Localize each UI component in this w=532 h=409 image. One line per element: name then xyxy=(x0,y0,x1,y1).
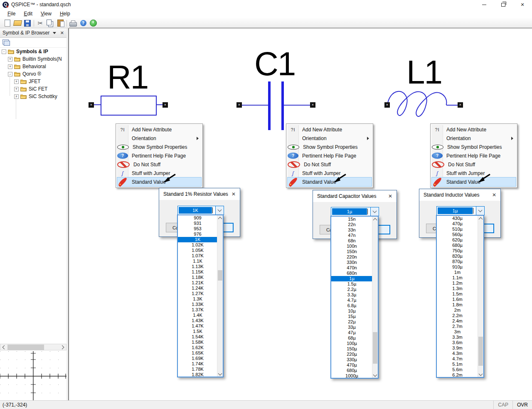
pin-terminal[interactable]: × xyxy=(458,102,463,108)
close-button[interactable]: ✕ xyxy=(513,0,532,9)
value-option[interactable]: 1.8m xyxy=(437,302,483,308)
pin-terminal[interactable]: × xyxy=(236,102,242,108)
inductor-reference-label[interactable]: L1 xyxy=(406,56,442,89)
value-option[interactable]: 1.24K xyxy=(178,286,223,291)
tree-expander[interactable]: + xyxy=(8,57,12,62)
combobox-dropdown-button[interactable] xyxy=(476,207,484,215)
value-option[interactable]: 1.3K xyxy=(178,296,223,302)
value-option[interactable]: 4.3m xyxy=(437,351,483,356)
value-option[interactable]: 1.5µ xyxy=(331,281,378,287)
dialog-title-bar[interactable]: Standard Inductor Values ✕ xyxy=(419,189,500,201)
value-option[interactable]: 3m xyxy=(437,329,483,335)
value-option[interactable]: 1.05K xyxy=(178,248,223,253)
value-option[interactable]: 1.1m xyxy=(437,275,483,281)
value-option[interactable]: 1.62K xyxy=(178,345,223,350)
pin-terminal[interactable]: × xyxy=(384,102,390,108)
value-option[interactable]: 1.37K xyxy=(178,307,223,313)
value-option[interactable]: 1.07K xyxy=(178,253,223,259)
context-menu-item[interactable]: Add New Attribute xyxy=(432,125,516,134)
value-option[interactable]: 1.3m xyxy=(437,286,483,291)
toolbar-button[interactable] xyxy=(32,19,35,28)
value-option[interactable]: 430µ xyxy=(437,216,483,221)
value-option[interactable]: 1.4K xyxy=(178,313,223,318)
value-option[interactable]: 1.65K xyxy=(178,350,223,356)
capacitor-symbol[interactable] xyxy=(268,81,271,130)
tree-expander[interactable]: + xyxy=(14,87,19,91)
value-option[interactable]: 1m xyxy=(437,270,483,275)
value-option[interactable]: 33µ xyxy=(331,325,378,330)
value-option[interactable]: 22µ xyxy=(331,319,378,325)
tree-item[interactable]: + Builtin Symbols(N xyxy=(0,55,66,63)
value-option[interactable]: 150n xyxy=(331,249,378,254)
scroll-up-icon[interactable] xyxy=(478,216,483,221)
value-option[interactable]: 3.6m xyxy=(437,340,483,345)
value-option[interactable]: 1.69K xyxy=(178,356,223,361)
scrollbar-thumb[interactable] xyxy=(218,270,222,281)
value-option[interactable]: 5.1m xyxy=(437,362,483,367)
value-option[interactable]: 6.2m xyxy=(437,372,483,378)
value-option[interactable]: 3.3m xyxy=(437,335,483,340)
value-option[interactable]: 510µ xyxy=(437,227,483,232)
value-option[interactable]: 3.9m xyxy=(437,345,483,351)
toolbar-button[interactable] xyxy=(88,19,98,28)
value-option[interactable]: 1.58K xyxy=(178,340,223,345)
value-option[interactable]: 6.8µ xyxy=(331,303,378,308)
scroll-up-icon[interactable] xyxy=(217,215,223,221)
tree-item[interactable]: + SiC FET xyxy=(0,85,66,93)
toolbar-button[interactable] xyxy=(2,19,12,28)
context-menu-item[interactable]: Do Not Stuff xyxy=(117,160,201,169)
value-option[interactable]: 1.5m xyxy=(437,291,483,297)
value-option[interactable]: 470µ xyxy=(331,362,378,368)
toolbar-button[interactable] xyxy=(12,19,22,28)
value-option[interactable]: 1.82K xyxy=(178,372,223,377)
inductor-symbol[interactable] xyxy=(384,89,463,124)
tree-item[interactable]: + JFET xyxy=(0,78,66,85)
capacitor-symbol[interactable] xyxy=(281,81,284,130)
value-option[interactable]: 220n xyxy=(331,254,378,260)
sidebar-horizontal-scrollbar[interactable] xyxy=(0,344,66,350)
value-option[interactable]: 2.4m xyxy=(437,318,483,324)
value-option[interactable]: 33n xyxy=(331,227,378,233)
value-option[interactable]: 1.74K xyxy=(178,361,223,367)
value-option[interactable]: 931 xyxy=(178,221,223,226)
context-menu-item[interactable]: Pertinent Help File Page xyxy=(432,151,516,160)
value-option[interactable]: 1.21K xyxy=(178,280,223,286)
scrollbar-thumb[interactable] xyxy=(373,332,377,364)
value-option[interactable]: 1.15K xyxy=(178,269,223,275)
value-option[interactable]: 470n xyxy=(331,265,378,271)
tree-item[interactable]: - Symbols & IP xyxy=(0,48,66,55)
tree-expander[interactable]: - xyxy=(2,49,6,54)
context-menu-item[interactable]: Show Symbol Properties xyxy=(288,143,372,151)
resistor-reference-label[interactable]: R1 xyxy=(107,61,148,94)
scrollbar-thumb[interactable] xyxy=(478,337,483,366)
list-scrollbar[interactable] xyxy=(217,215,223,377)
value-option[interactable]: 470µ xyxy=(437,221,483,227)
scroll-left-icon[interactable] xyxy=(0,344,7,350)
value-option[interactable]: 47n xyxy=(331,233,378,238)
context-menu-item[interactable]: Standard Value xyxy=(288,177,372,186)
value-option[interactable]: 4.7m xyxy=(437,356,483,362)
value-option[interactable]: 2.7m xyxy=(437,324,483,329)
value-option[interactable]: 1.2m xyxy=(437,281,483,286)
capacitor-reference-label[interactable]: C1 xyxy=(254,47,295,81)
toolbar-button[interactable] xyxy=(78,19,88,28)
list-scrollbar[interactable] xyxy=(372,217,378,378)
dialog-close-icon[interactable]: ✕ xyxy=(388,193,392,199)
panel-menu-icon[interactable] xyxy=(53,32,56,34)
toolbar-button[interactable] xyxy=(68,19,78,28)
value-option[interactable]: 976 xyxy=(178,232,223,237)
value-option[interactable]: 953 xyxy=(178,226,223,232)
resistor-symbol[interactable] xyxy=(101,96,157,116)
context-menu-item[interactable]: Add New Attribute xyxy=(288,125,372,134)
menu-item[interactable]: View xyxy=(37,10,56,17)
context-menu-item[interactable]: Pertinent Help File Page xyxy=(288,151,372,160)
value-option[interactable]: 1.27K xyxy=(178,291,223,296)
context-menu-item[interactable]: Show Symbol Properties xyxy=(117,143,201,151)
context-menu-item[interactable]: Stuff with Jumper xyxy=(432,169,516,177)
menu-item[interactable]: Help xyxy=(56,10,74,17)
value-option[interactable]: 1.5K xyxy=(178,329,223,334)
value-option[interactable]: 47µ xyxy=(331,330,378,335)
toolbar-button[interactable] xyxy=(45,19,55,28)
value-option[interactable]: 1.43K xyxy=(178,318,223,323)
value-option[interactable]: 2.2m xyxy=(437,313,483,318)
